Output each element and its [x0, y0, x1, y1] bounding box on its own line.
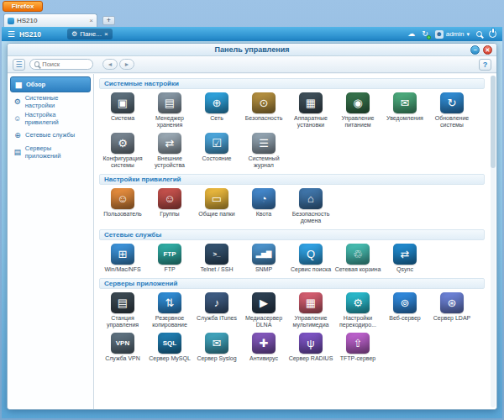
app-ftp[interactable]: FTPFTP — [146, 244, 193, 273]
vertical-scrollbar[interactable] — [491, 76, 496, 407]
antivirus-icon: ✚ — [252, 333, 276, 354]
search-input[interactable] — [42, 60, 88, 68]
topbar-right-icons: ☁ ↻ ☻ admin ▾ — [407, 30, 496, 39]
app-notifications[interactable]: ✉Уведомления — [381, 92, 428, 129]
tab-close-icon[interactable]: × — [89, 18, 93, 24]
app-backup[interactable]: ⇅Резервное копирование — [146, 292, 193, 328]
sidebar-item-3[interactable]: ⊕Сетевые службы — [10, 127, 91, 143]
cloud-icon[interactable]: ☁ — [407, 30, 415, 38]
system-update-icon: ↻ — [440, 92, 464, 113]
section: Серверы приложений▤Станция управления⇅Ре… — [99, 278, 485, 365]
forward-button[interactable]: ► — [119, 59, 134, 70]
telnet-ssh-icon: >_ — [205, 244, 228, 265]
firefox-menu-button[interactable]: Firefox — [3, 1, 43, 12]
app-transcode[interactable]: ⚙Настройки перекодиро... — [334, 292, 381, 328]
app-storage-manager[interactable]: ▤Менеджер хранения — [146, 92, 193, 129]
scrollbar-thumb[interactable] — [491, 76, 496, 168]
app-radius[interactable]: ψСервер RADIUS — [287, 333, 334, 362]
sidebar-item-label: Системные настройки — [25, 94, 87, 109]
system-icon: ▣ — [111, 92, 134, 113]
app-network-recycle-bin[interactable]: ♲Сетевая корзина — [334, 244, 381, 273]
user-avatar: ☻ — [435, 30, 444, 39]
app-label: Управление мультимедиа — [287, 315, 334, 328]
sidebar-item-2[interactable]: ☺Настройка привилегий — [10, 110, 91, 126]
app-external-device[interactable]: ⇄Внешние устройства — [146, 133, 193, 169]
app-qsync[interactable]: ⇄Qsync — [381, 244, 428, 273]
nas-hostname: HS210 — [19, 30, 41, 39]
taskbar-app-close-icon[interactable]: × — [104, 30, 108, 38]
app-multimedia[interactable]: ▦Управление мультимедиа — [287, 292, 334, 328]
web-server-icon: ⊚ — [393, 292, 417, 313]
app-system-config[interactable]: ⚙Конфигурация системы — [99, 133, 146, 169]
status-online-dot — [427, 35, 431, 39]
app-web-server[interactable]: ⊚Веб-сервер — [381, 292, 428, 328]
app-label: Пользователь — [103, 211, 141, 218]
app-win-mac-nfs[interactable]: ⊞Win/Mac/NFS — [99, 244, 146, 273]
app-domain-security[interactable]: ⌂Безопасность домена — [287, 188, 334, 224]
app-label: Состояние — [202, 155, 232, 162]
app-shared-folders[interactable]: ▭Общие папки — [193, 188, 240, 224]
app-power-management[interactable]: ◉Управление питанием — [334, 92, 381, 129]
main-panel: Системные настройки▣Система▤Менеджер хра… — [94, 74, 496, 409]
browser-window: Firefox HS210 × + ☰ HS210 ⚙ Пане... × ☁ … — [0, 0, 504, 420]
app-network[interactable]: ⊕Сеть — [193, 92, 240, 129]
app-dlna[interactable]: ▶Медиасервер DLNA — [240, 292, 287, 328]
app-snmp[interactable]: ▂▅▇SNMP — [240, 244, 287, 273]
chevron-down-icon: ▾ — [466, 31, 470, 38]
sidebar-item-1[interactable]: ⚙Системные настройки — [10, 93, 91, 109]
app-label: FTP — [164, 266, 175, 273]
power-icon[interactable] — [489, 30, 496, 38]
background-tasks-icon[interactable]: ↻ — [422, 30, 428, 38]
app-itunes[interactable]: ♪Служба iTunes — [193, 292, 240, 328]
global-search-icon[interactable] — [476, 31, 482, 37]
app-label: Группы — [160, 211, 179, 218]
search-box[interactable] — [29, 59, 93, 70]
section-title: Сетевые службы — [99, 229, 485, 240]
qts-topbar: ☰ HS210 ⚙ Пане... × ☁ ↻ ☻ admin ▾ — [2, 27, 502, 41]
app-label: Безопасность домена — [287, 211, 334, 224]
app-management-station[interactable]: ▤Станция управления — [99, 292, 146, 328]
app-system[interactable]: ▣Система — [99, 92, 146, 129]
new-tab-button[interactable]: + — [102, 16, 115, 25]
section: Сетевые службы⊞Win/Mac/NFSFTPFTP>_Telnet… — [99, 229, 485, 276]
sidebar-item-4[interactable]: ▤Серверы приложений — [10, 144, 91, 160]
syslog-icon: ✉ — [205, 333, 228, 354]
user-menu[interactable]: ☻ admin ▾ — [435, 30, 470, 39]
taskbar-app-control-panel[interactable]: ⚙ Пане... × — [67, 29, 113, 39]
sidebar-toggle-button[interactable]: ☰ — [13, 59, 25, 71]
app-telnet-ssh[interactable]: >_Telnet / SSH — [193, 244, 240, 273]
ftp-icon: FTP — [158, 244, 181, 265]
main-menu-icon[interactable]: ☰ — [8, 30, 15, 39]
close-button[interactable]: ✕ — [483, 45, 492, 55]
app-system-update[interactable]: ↻Обновление системы — [428, 92, 475, 129]
app-system-status[interactable]: ☑Состояние — [193, 133, 240, 169]
app-ldap[interactable]: ⊛Сервер LDAP — [428, 292, 475, 328]
app-hardware[interactable]: ▦Аппаратные установки — [287, 92, 334, 129]
app-label: Обновление системы — [428, 115, 475, 129]
app-groups[interactable]: ☺Группы — [146, 188, 193, 224]
app-security[interactable]: ⊙Безопасность — [240, 92, 287, 129]
app-label: Сервер RADIUS — [289, 355, 333, 362]
dlna-icon: ▶ — [252, 292, 276, 313]
minimize-button[interactable]: − — [470, 45, 480, 55]
groups-icon: ☺ — [158, 188, 181, 209]
app-mysql[interactable]: SQLСервер MySQL — [146, 333, 193, 362]
app-label: Служба iTunes — [197, 315, 237, 322]
app-syslog[interactable]: ✉Сервер Syslog — [193, 333, 240, 362]
sidebar-item-0[interactable]: ▦Обзор — [10, 76, 91, 92]
app-label: Медиасервер DLNA — [240, 315, 287, 328]
back-button[interactable]: ◄ — [102, 59, 118, 70]
app-tftp[interactable]: ⇧TFTP-сервер — [334, 333, 381, 362]
help-button[interactable]: ? — [479, 59, 491, 71]
browser-tab[interactable]: HS210 × — [3, 13, 97, 27]
section-title: Настройки привилегий — [99, 174, 485, 185]
app-antivirus[interactable]: ✚Антивирус — [240, 333, 287, 362]
app-vpn[interactable]: VPNСлужба VPN — [99, 333, 146, 362]
app-label: Сервер LDAP — [433, 315, 471, 322]
app-system-logs[interactable]: ☰Системный журнал — [240, 133, 287, 169]
app-grid: ⊞Win/Mac/NFSFTPFTP>_Telnet / SSH▂▅▇SNMPQ… — [99, 242, 485, 276]
overview-icon: ▦ — [14, 81, 23, 89]
app-users[interactable]: ☺Пользователь — [99, 188, 146, 224]
app-search-service[interactable]: QСервис поиска — [287, 244, 334, 273]
app-quota[interactable]: ◔Квота — [240, 188, 287, 224]
